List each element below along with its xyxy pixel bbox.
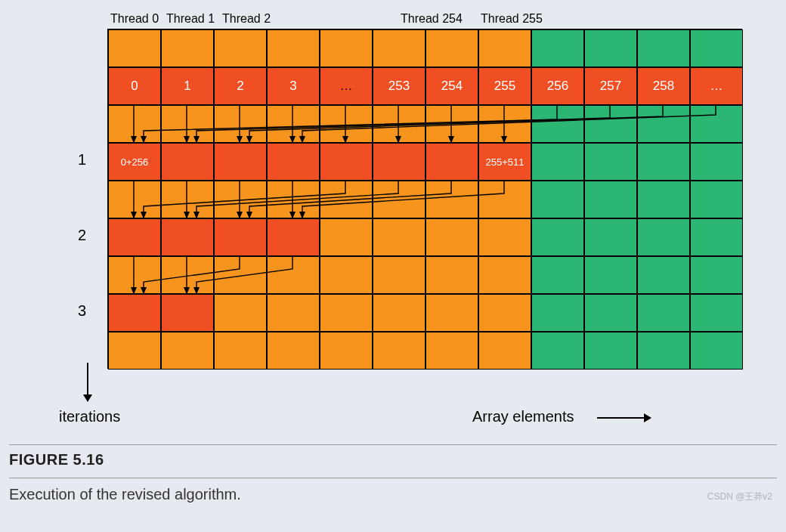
cell [531, 143, 584, 181]
iterations-arrow-icon [87, 363, 88, 401]
cell [690, 105, 743, 143]
header-cell-253: 253 [373, 67, 425, 105]
iter3-cell [161, 294, 214, 332]
header-cell-2: 2 [214, 67, 267, 105]
cell [478, 294, 531, 332]
cell [214, 332, 267, 370]
cell [637, 294, 690, 332]
cell [478, 256, 531, 294]
label-thread-254: Thread 254 [401, 12, 463, 26]
header-cell-3: 3 [267, 67, 320, 105]
cell [161, 256, 214, 294]
header-cell-1: 1 [161, 67, 214, 105]
cell [425, 105, 478, 143]
cell [320, 256, 373, 294]
cell [425, 181, 478, 218]
cell [478, 181, 531, 218]
cell [267, 294, 320, 332]
cell [637, 143, 690, 181]
iter1-cell [320, 143, 373, 181]
iter2-cell [108, 218, 161, 256]
cell [690, 218, 743, 256]
cell [690, 29, 743, 67]
cell [320, 105, 373, 143]
array-elements-axis-label: Array elements [472, 408, 574, 425]
cell [478, 218, 531, 256]
cell [373, 294, 425, 332]
header-cell-255: 255 [478, 67, 531, 105]
separator [9, 478, 777, 478]
cell [637, 256, 690, 294]
cell [267, 256, 320, 294]
header-cell-256: 256 [531, 67, 584, 105]
label-thread-1: Thread 1 [166, 12, 215, 26]
cell [637, 105, 690, 143]
iter1-cell-255: 255+511 [478, 143, 531, 181]
cell [267, 105, 320, 143]
header-cell-257: 257 [584, 67, 637, 105]
cell [425, 294, 478, 332]
figure-number: FIGURE 5.16 [9, 451, 777, 469]
cell [214, 256, 267, 294]
separator [9, 444, 777, 445]
cell [214, 105, 267, 143]
row-label-3: 3 [78, 302, 86, 320]
row-label-2: 2 [78, 227, 86, 244]
cell [584, 332, 637, 370]
cell [637, 332, 690, 370]
iterations-axis-label: iterations [59, 408, 120, 425]
iter2-cell [161, 218, 214, 256]
cell [373, 105, 425, 143]
header-cell-ell2: … [690, 67, 743, 105]
iter3-cell [108, 294, 161, 332]
iter1-cell [373, 143, 425, 181]
label-thread-0: Thread 0 [110, 12, 159, 26]
thread-header-labels: Thread 0 Thread 1 Thread 2 Thread 254 Th… [107, 12, 742, 29]
cell [690, 181, 743, 218]
cell [584, 294, 637, 332]
cell [690, 256, 743, 294]
cell [373, 218, 425, 256]
iter2-cell [267, 218, 320, 256]
cell [214, 29, 267, 67]
cell [478, 332, 531, 370]
cell [425, 218, 478, 256]
cell [373, 181, 425, 218]
cell [478, 105, 531, 143]
cell [531, 181, 584, 218]
label-thread-255: Thread 255 [481, 12, 543, 26]
cell [267, 332, 320, 370]
iter1-cell-0: 0+256 [108, 143, 161, 181]
array-elements-arrow-icon [597, 417, 650, 419]
cell [531, 29, 584, 67]
iter1-cell [425, 143, 478, 181]
diagram-grid: 0 1 2 3 … 253 254 255 256 257 258 … [107, 29, 742, 369]
cell [214, 294, 267, 332]
iter1-cell [214, 143, 267, 181]
cell [320, 294, 373, 332]
cell [531, 294, 584, 332]
cell [108, 181, 161, 218]
cell [161, 181, 214, 218]
cell [320, 218, 373, 256]
cell [531, 218, 584, 256]
cell [108, 105, 161, 143]
cell [690, 294, 743, 332]
cell [531, 105, 584, 143]
cell [161, 29, 214, 67]
iter1-cell [161, 143, 214, 181]
cell [373, 332, 425, 370]
cell [584, 181, 637, 218]
cell [425, 332, 478, 370]
cell [531, 256, 584, 294]
iter1-cell [267, 143, 320, 181]
cell [425, 29, 478, 67]
cell [214, 181, 267, 218]
cell [373, 29, 425, 67]
cell [373, 256, 425, 294]
cell [108, 256, 161, 294]
cell [425, 256, 478, 294]
cell [584, 218, 637, 256]
cell [320, 29, 373, 67]
cell [161, 105, 214, 143]
